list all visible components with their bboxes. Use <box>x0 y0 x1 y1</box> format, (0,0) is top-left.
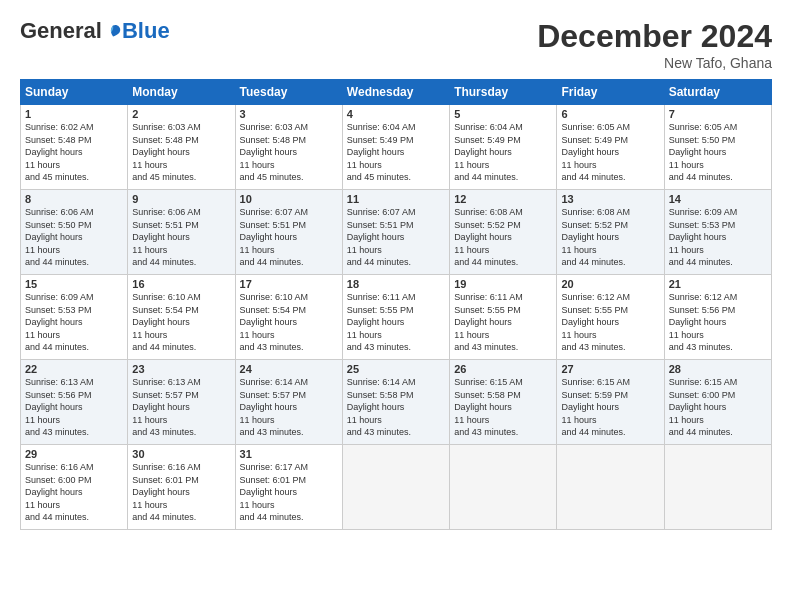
day-number: 15 <box>25 278 123 290</box>
week-row-4: 22Sunrise: 6:13 AMSunset: 5:56 PMDayligh… <box>21 360 772 445</box>
calendar-page: General Blue December 2024 New Tafo, Gha… <box>0 0 792 612</box>
day-number: 14 <box>669 193 767 205</box>
day-number: 21 <box>669 278 767 290</box>
day-number: 2 <box>132 108 230 120</box>
day-info: Sunrise: 6:05 AMSunset: 5:50 PMDaylight … <box>669 121 767 184</box>
day-info: Sunrise: 6:10 AMSunset: 5:54 PMDaylight … <box>132 291 230 354</box>
header-monday: Monday <box>128 80 235 105</box>
day-number: 18 <box>347 278 445 290</box>
calendar-cell: 3Sunrise: 6:03 AMSunset: 5:48 PMDaylight… <box>235 105 342 190</box>
day-info: Sunrise: 6:04 AMSunset: 5:49 PMDaylight … <box>454 121 552 184</box>
day-number: 29 <box>25 448 123 460</box>
day-number: 13 <box>561 193 659 205</box>
calendar-cell <box>557 445 664 530</box>
week-row-1: 1Sunrise: 6:02 AMSunset: 5:48 PMDaylight… <box>21 105 772 190</box>
calendar-cell: 31Sunrise: 6:17 AMSunset: 6:01 PMDayligh… <box>235 445 342 530</box>
day-number: 28 <box>669 363 767 375</box>
calendar-cell: 5Sunrise: 6:04 AMSunset: 5:49 PMDaylight… <box>450 105 557 190</box>
calendar-cell: 16Sunrise: 6:10 AMSunset: 5:54 PMDayligh… <box>128 275 235 360</box>
calendar-cell: 25Sunrise: 6:14 AMSunset: 5:58 PMDayligh… <box>342 360 449 445</box>
day-info: Sunrise: 6:14 AMSunset: 5:57 PMDaylight … <box>240 376 338 439</box>
calendar-cell: 9Sunrise: 6:06 AMSunset: 5:51 PMDaylight… <box>128 190 235 275</box>
calendar-cell: 1Sunrise: 6:02 AMSunset: 5:48 PMDaylight… <box>21 105 128 190</box>
day-info: Sunrise: 6:10 AMSunset: 5:54 PMDaylight … <box>240 291 338 354</box>
day-number: 4 <box>347 108 445 120</box>
week-row-2: 8Sunrise: 6:06 AMSunset: 5:50 PMDaylight… <box>21 190 772 275</box>
day-info: Sunrise: 6:08 AMSunset: 5:52 PMDaylight … <box>561 206 659 269</box>
calendar-cell: 26Sunrise: 6:15 AMSunset: 5:58 PMDayligh… <box>450 360 557 445</box>
day-number: 5 <box>454 108 552 120</box>
day-number: 12 <box>454 193 552 205</box>
calendar-cell: 15Sunrise: 6:09 AMSunset: 5:53 PMDayligh… <box>21 275 128 360</box>
logo-blue: Blue <box>122 18 170 44</box>
header-wednesday: Wednesday <box>342 80 449 105</box>
day-number: 20 <box>561 278 659 290</box>
calendar-cell: 2Sunrise: 6:03 AMSunset: 5:48 PMDaylight… <box>128 105 235 190</box>
calendar-cell: 22Sunrise: 6:13 AMSunset: 5:56 PMDayligh… <box>21 360 128 445</box>
calendar-cell: 14Sunrise: 6:09 AMSunset: 5:53 PMDayligh… <box>664 190 771 275</box>
day-info: Sunrise: 6:09 AMSunset: 5:53 PMDaylight … <box>25 291 123 354</box>
header-sunday: Sunday <box>21 80 128 105</box>
day-info: Sunrise: 6:06 AMSunset: 5:50 PMDaylight … <box>25 206 123 269</box>
day-number: 31 <box>240 448 338 460</box>
calendar-cell: 17Sunrise: 6:10 AMSunset: 5:54 PMDayligh… <box>235 275 342 360</box>
header-saturday: Saturday <box>664 80 771 105</box>
day-number: 6 <box>561 108 659 120</box>
calendar-cell: 10Sunrise: 6:07 AMSunset: 5:51 PMDayligh… <box>235 190 342 275</box>
day-number: 8 <box>25 193 123 205</box>
day-info: Sunrise: 6:03 AMSunset: 5:48 PMDaylight … <box>240 121 338 184</box>
day-info: Sunrise: 6:09 AMSunset: 5:53 PMDaylight … <box>669 206 767 269</box>
day-info: Sunrise: 6:02 AMSunset: 5:48 PMDaylight … <box>25 121 123 184</box>
day-info: Sunrise: 6:04 AMSunset: 5:49 PMDaylight … <box>347 121 445 184</box>
day-number: 27 <box>561 363 659 375</box>
calendar-cell: 27Sunrise: 6:15 AMSunset: 5:59 PMDayligh… <box>557 360 664 445</box>
calendar-cell: 21Sunrise: 6:12 AMSunset: 5:56 PMDayligh… <box>664 275 771 360</box>
day-number: 23 <box>132 363 230 375</box>
calendar-header-row: Sunday Monday Tuesday Wednesday Thursday… <box>21 80 772 105</box>
logo-general: General <box>20 18 102 44</box>
day-info: Sunrise: 6:13 AMSunset: 5:56 PMDaylight … <box>25 376 123 439</box>
day-number: 22 <box>25 363 123 375</box>
header-friday: Friday <box>557 80 664 105</box>
calendar-cell: 12Sunrise: 6:08 AMSunset: 5:52 PMDayligh… <box>450 190 557 275</box>
calendar-cell: 20Sunrise: 6:12 AMSunset: 5:55 PMDayligh… <box>557 275 664 360</box>
day-number: 25 <box>347 363 445 375</box>
day-info: Sunrise: 6:06 AMSunset: 5:51 PMDaylight … <box>132 206 230 269</box>
day-info: Sunrise: 6:08 AMSunset: 5:52 PMDaylight … <box>454 206 552 269</box>
day-info: Sunrise: 6:07 AMSunset: 5:51 PMDaylight … <box>240 206 338 269</box>
day-info: Sunrise: 6:03 AMSunset: 5:48 PMDaylight … <box>132 121 230 184</box>
day-info: Sunrise: 6:15 AMSunset: 6:00 PMDaylight … <box>669 376 767 439</box>
day-number: 10 <box>240 193 338 205</box>
day-info: Sunrise: 6:12 AMSunset: 5:56 PMDaylight … <box>669 291 767 354</box>
calendar-cell: 11Sunrise: 6:07 AMSunset: 5:51 PMDayligh… <box>342 190 449 275</box>
day-info: Sunrise: 6:11 AMSunset: 5:55 PMDaylight … <box>454 291 552 354</box>
day-number: 19 <box>454 278 552 290</box>
calendar-cell: 24Sunrise: 6:14 AMSunset: 5:57 PMDayligh… <box>235 360 342 445</box>
day-info: Sunrise: 6:15 AMSunset: 5:58 PMDaylight … <box>454 376 552 439</box>
day-info: Sunrise: 6:16 AMSunset: 6:01 PMDaylight … <box>132 461 230 524</box>
week-row-3: 15Sunrise: 6:09 AMSunset: 5:53 PMDayligh… <box>21 275 772 360</box>
calendar-cell: 4Sunrise: 6:04 AMSunset: 5:49 PMDaylight… <box>342 105 449 190</box>
day-info: Sunrise: 6:16 AMSunset: 6:00 PMDaylight … <box>25 461 123 524</box>
calendar-cell: 13Sunrise: 6:08 AMSunset: 5:52 PMDayligh… <box>557 190 664 275</box>
logo: General Blue <box>20 18 170 44</box>
day-info: Sunrise: 6:17 AMSunset: 6:01 PMDaylight … <box>240 461 338 524</box>
day-number: 3 <box>240 108 338 120</box>
calendar-cell: 30Sunrise: 6:16 AMSunset: 6:01 PMDayligh… <box>128 445 235 530</box>
month-title: December 2024 <box>537 18 772 55</box>
day-number: 16 <box>132 278 230 290</box>
day-info: Sunrise: 6:15 AMSunset: 5:59 PMDaylight … <box>561 376 659 439</box>
header-tuesday: Tuesday <box>235 80 342 105</box>
header-thursday: Thursday <box>450 80 557 105</box>
day-number: 9 <box>132 193 230 205</box>
week-row-5: 29Sunrise: 6:16 AMSunset: 6:00 PMDayligh… <box>21 445 772 530</box>
calendar-cell <box>664 445 771 530</box>
day-info: Sunrise: 6:07 AMSunset: 5:51 PMDaylight … <box>347 206 445 269</box>
day-info: Sunrise: 6:12 AMSunset: 5:55 PMDaylight … <box>561 291 659 354</box>
calendar-cell: 19Sunrise: 6:11 AMSunset: 5:55 PMDayligh… <box>450 275 557 360</box>
calendar-cell: 18Sunrise: 6:11 AMSunset: 5:55 PMDayligh… <box>342 275 449 360</box>
calendar-cell: 8Sunrise: 6:06 AMSunset: 5:50 PMDaylight… <box>21 190 128 275</box>
location: New Tafo, Ghana <box>537 55 772 71</box>
day-number: 11 <box>347 193 445 205</box>
calendar-cell: 23Sunrise: 6:13 AMSunset: 5:57 PMDayligh… <box>128 360 235 445</box>
